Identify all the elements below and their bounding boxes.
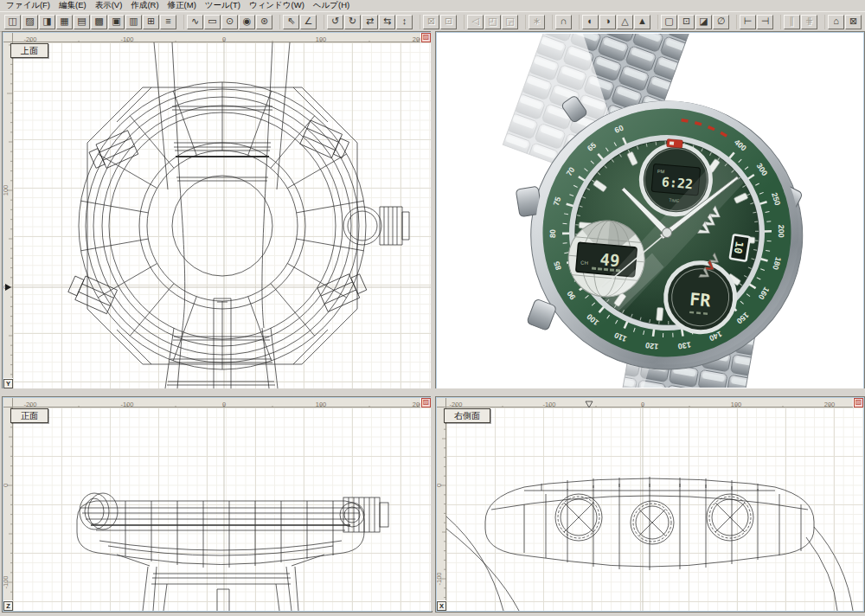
magnet-tool-button[interactable]: ⇖	[283, 15, 299, 29]
svg-text:-100: -100	[3, 575, 10, 588]
ungroup-objects-button[interactable]: ◲	[502, 15, 518, 29]
material-editor-button[interactable]: ▤	[74, 15, 90, 29]
disk-tool-button[interactable]: ⊙	[221, 15, 238, 29]
toolbar-group-10: ⊢⊣	[736, 15, 773, 29]
mask-face-button[interactable]: ◪	[695, 15, 712, 29]
cone-solid-icon: ▲	[635, 15, 650, 27]
save-scene-button[interactable]: ◨	[39, 15, 55, 29]
smooth-tool-button[interactable]: ∗	[529, 15, 545, 29]
axis-indicator: Z	[3, 601, 13, 611]
menu-tools[interactable]: ツール(T)	[202, 0, 247, 11]
twist-tool-icon: ↻	[345, 15, 360, 27]
viewport-maximize-button[interactable]: ▨	[854, 398, 863, 407]
texture-editor-icon: ▩	[92, 15, 106, 27]
cone-tool-button[interactable]: △	[617, 15, 633, 29]
edit-object-button[interactable]: ▨	[22, 15, 38, 29]
delete-view-button[interactable]: ⊠	[845, 15, 862, 29]
menu-create[interactable]: 作成(R)	[128, 0, 164, 11]
horizontal-ruler[interactable]: -200-1000100200	[446, 398, 853, 407]
splitter-horizontal[interactable]	[0, 388, 865, 396]
rectangle-tool-button[interactable]: ▭	[204, 15, 221, 29]
bend-tool-button[interactable]: ↺	[327, 15, 343, 29]
text-panel-button[interactable]: ▥	[125, 15, 142, 29]
texture-editor-button[interactable]: ▩	[91, 15, 107, 29]
ruler-corner	[437, 398, 446, 407]
cone-solid-button[interactable]: ▲	[634, 15, 650, 29]
sphere-wire-button[interactable]: ◑	[599, 15, 616, 29]
home-view-button[interactable]: ⌂	[828, 15, 844, 29]
toolbar-group-1: ∿▭⊙◉⊛	[183, 15, 272, 29]
svg-text:200: 200	[777, 225, 785, 238]
viewport-maximize-button[interactable]: ▨	[421, 33, 431, 42]
parallel-a-button[interactable]: ∥	[784, 15, 800, 29]
curve-tool-button[interactable]: ∿	[187, 15, 203, 29]
toolbar-group-11: ∥⋕	[780, 15, 817, 29]
parallel-b-icon: ⋕	[802, 15, 817, 27]
axis-indicator: Y	[3, 379, 13, 388]
paste-face-button[interactable]: ⊡	[678, 15, 695, 29]
viewport-label: 右側面	[444, 408, 490, 423]
splitter-vertical[interactable]	[431, 31, 435, 611]
mask-face-icon: ◪	[696, 15, 711, 27]
svg-text:120: 120	[644, 341, 658, 351]
toolbar-group-3: ↺↻⇄⇆↕	[324, 15, 413, 29]
menu-window[interactable]: ウィンドウ(W)	[247, 0, 311, 11]
grid-settings-button[interactable]: ⊞	[143, 15, 159, 29]
array-copy-button[interactable]: ⊠	[423, 15, 439, 29]
mirror-tool-icon: ⇆	[380, 15, 394, 27]
boolean-tool-button[interactable]: ∅	[713, 15, 729, 29]
sphere-tool-button[interactable]: ◉	[239, 15, 255, 29]
group-objects-button[interactable]: ◰	[484, 15, 501, 29]
join-left-button[interactable]: ⊢	[740, 15, 756, 29]
object-browser-icon: ≡	[161, 15, 176, 27]
stretch-tool-button[interactable]: ↕	[396, 15, 413, 29]
toolbar-group-7: ∩	[552, 15, 572, 29]
svg-text:-100: -100	[437, 572, 443, 585]
shear-tool-button[interactable]: ⇄	[362, 15, 378, 29]
screen-mode-icon: ▦	[57, 15, 72, 27]
group-objects-icon: ◰	[485, 15, 500, 27]
menu-file[interactable]: ファイル(F)	[3, 0, 56, 11]
render-window-button[interactable]: ▣	[108, 15, 125, 29]
lcd-ampm: PM	[657, 169, 665, 175]
toolbar-group-6: ∗	[525, 15, 545, 29]
modeling-canvas-top[interactable]	[13, 42, 431, 388]
align-tool-icon: ◁	[468, 15, 483, 27]
render-canvas[interactable]: 4003002502001801601501401301201101009085…	[438, 34, 862, 388]
align-tool-button[interactable]: ◁	[467, 15, 484, 29]
parallel-b-button[interactable]: ⋕	[801, 15, 817, 29]
screen-mode-button[interactable]: ▦	[56, 15, 73, 29]
viewport-top-view: -200-1000100200 1000 ▨ Y 上面	[2, 31, 432, 390]
copy-face-button[interactable]: ▢	[661, 15, 677, 29]
object-browser-button[interactable]: ≡	[160, 15, 176, 29]
horizontal-ruler[interactable]: -200-1000100200	[13, 398, 420, 407]
vertical-ruler[interactable]: 1000	[3, 42, 13, 378]
render-window-icon: ▣	[109, 15, 124, 27]
menu-help[interactable]: ヘルプ(H)	[311, 0, 356, 11]
star-tool-button[interactable]: ⊛	[256, 15, 272, 29]
material-editor-icon: ▤	[74, 15, 89, 27]
vertical-ruler[interactable]: 0-100	[437, 407, 446, 600]
sphere-shaded-button[interactable]: ◐	[582, 15, 599, 29]
svg-text:100: 100	[3, 185, 10, 196]
stretch-tool-icon: ↕	[397, 15, 412, 27]
panel-list-button[interactable]: ◫	[4, 15, 21, 29]
modeling-canvas-side[interactable]	[446, 407, 863, 611]
date-window: 10	[730, 234, 750, 261]
join-right-button[interactable]: ⊣	[757, 15, 773, 29]
horizontal-ruler[interactable]: -200-1000100200	[13, 33, 420, 42]
mirror-tool-button[interactable]: ⇆	[379, 15, 395, 29]
menu-modify[interactable]: 修正(M)	[165, 0, 202, 11]
knife-tool-button[interactable]: ∠	[300, 15, 317, 29]
menu-view[interactable]: 表示(V)	[93, 0, 129, 11]
dome-tool-button[interactable]: ∩	[555, 15, 572, 29]
lattice-deform-button[interactable]: ⊡	[440, 15, 457, 29]
vertical-ruler[interactable]: 0-100	[3, 407, 13, 600]
twist-tool-button[interactable]: ↻	[344, 15, 361, 29]
viewport-maximize-button[interactable]: ▨	[421, 398, 431, 407]
modeling-canvas-front[interactable]	[13, 407, 431, 611]
boolean-tool-icon: ∅	[714, 15, 728, 27]
toolbar-group-5: ◁◰◲	[464, 15, 518, 29]
menu-edit[interactable]: 編集(E)	[56, 0, 93, 11]
ruler-corner	[3, 33, 13, 42]
